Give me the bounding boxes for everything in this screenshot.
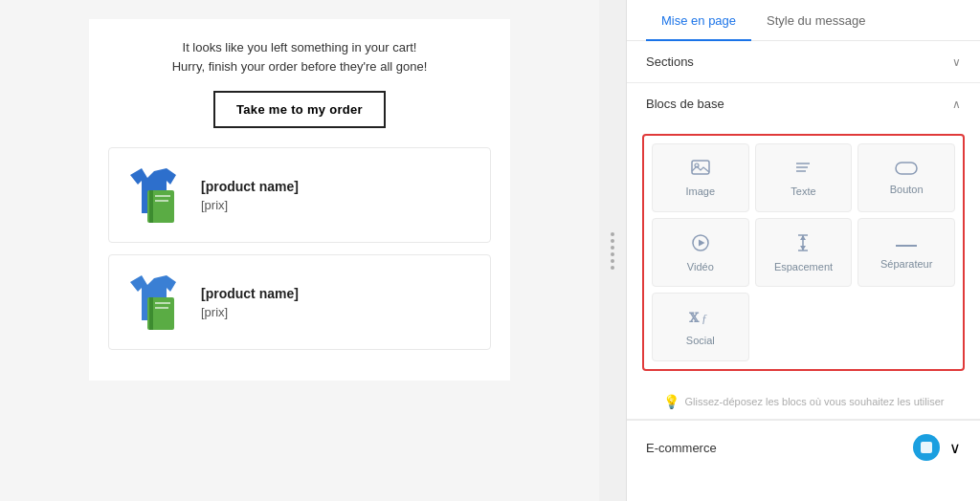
- svg-rect-15: [896, 163, 917, 174]
- sections-accordion-header[interactable]: Sections ∨: [627, 41, 980, 82]
- ecommerce-badge: [913, 434, 940, 461]
- svg-rect-2: [149, 190, 153, 223]
- product-name: [product name]: [201, 286, 479, 301]
- product-price: [prix]: [201, 305, 479, 319]
- separateur-label: Séparateur: [880, 258, 932, 270]
- blocs-label: Blocs de base: [646, 97, 724, 111]
- ecommerce-accordion-header[interactable]: E-commerce ∨: [627, 421, 980, 474]
- block-social[interactable]: 𝕏 ƒ Social: [652, 293, 749, 361]
- social-label: Social: [686, 335, 715, 346]
- product-price: [prix]: [201, 198, 479, 212]
- ecommerce-accordion: E-commerce ∨: [627, 420, 980, 474]
- product-item: [product name] [prix]: [108, 147, 491, 243]
- ecommerce-chevron-icon: ∨: [949, 439, 961, 457]
- product-image: [121, 269, 188, 336]
- bulb-icon: 💡: [663, 394, 679, 409]
- drag-hint-text: Glissez-déposez les blocs où vous souhai…: [685, 396, 945, 407]
- bouton-label: Bouton: [890, 184, 924, 195]
- sections-chevron-icon: ∨: [952, 55, 961, 69]
- product-info: [product name] [prix]: [201, 179, 479, 212]
- image-icon: [691, 160, 710, 180]
- header-line1: It looks like you left something in your…: [108, 38, 491, 57]
- drag-hint: 💡 Glissez-déposez les blocs où vous souh…: [627, 384, 980, 419]
- tab-mise-en-page[interactable]: Mise en page: [646, 0, 751, 41]
- video-icon: [691, 233, 710, 255]
- svg-marker-17: [699, 239, 705, 246]
- block-texte[interactable]: Texte: [755, 143, 853, 212]
- blocks-grid: Image Texte: [642, 134, 965, 371]
- product-name: [product name]: [201, 179, 479, 194]
- svg-rect-4: [155, 200, 168, 202]
- svg-text:𝕏: 𝕏: [689, 311, 700, 325]
- svg-rect-26: [921, 442, 932, 453]
- button-icon: [895, 161, 918, 178]
- email-preview: It looks like you left something in your…: [0, 0, 599, 501]
- blocs-accordion: Blocs de base ∧ Image: [627, 83, 980, 420]
- svg-text:ƒ: ƒ: [702, 312, 707, 325]
- social-icon: 𝕏 ƒ: [689, 309, 712, 329]
- tab-bar: Mise en page Style du message: [627, 0, 980, 41]
- block-espacement[interactable]: Espacement: [755, 218, 853, 287]
- block-image[interactable]: Image: [652, 143, 749, 212]
- separator-icon: [896, 235, 917, 252]
- blocs-accordion-header[interactable]: Blocs de base ∧: [627, 83, 980, 124]
- ecommerce-label: E-commerce: [646, 441, 717, 455]
- svg-rect-3: [155, 195, 170, 197]
- blocks-grid-container: Image Texte: [627, 124, 980, 384]
- block-separateur[interactable]: Séparateur: [858, 218, 955, 287]
- block-bouton[interactable]: Bouton: [858, 143, 955, 212]
- svg-rect-8: [155, 302, 170, 304]
- email-body: It looks like you left something in your…: [89, 19, 510, 381]
- ecommerce-right: ∨: [913, 434, 961, 461]
- tab-style-message[interactable]: Style du message: [751, 0, 880, 41]
- product-image: [121, 162, 188, 229]
- sections-label: Sections: [646, 54, 694, 69]
- product-item: [product name] [prix]: [108, 254, 491, 350]
- block-video[interactable]: Vidéo: [652, 218, 749, 287]
- video-label: Vidéo: [687, 261, 714, 272]
- espacement-label: Espacement: [774, 261, 833, 272]
- panel-drag-handle[interactable]: [599, 0, 626, 501]
- drag-dots-icon: [611, 232, 614, 270]
- svg-rect-9: [155, 307, 168, 309]
- svg-rect-7: [149, 297, 153, 330]
- header-line2: Hurry, finish your order before they're …: [108, 57, 491, 76]
- text-icon: [794, 160, 812, 180]
- sections-accordion: Sections ∨: [627, 41, 980, 83]
- svg-rect-10: [692, 161, 709, 174]
- texte-label: Texte: [791, 185, 815, 197]
- image-label: Image: [686, 185, 716, 197]
- blocs-chevron-icon: ∧: [952, 98, 961, 111]
- right-panel: Mise en page Style du message Sections ∨…: [626, 0, 980, 501]
- spacing-icon: [794, 233, 812, 255]
- order-cta-button[interactable]: Take me to my order: [213, 91, 386, 128]
- product-info: [product name] [prix]: [201, 286, 479, 319]
- email-header: It looks like you left something in your…: [108, 38, 491, 76]
